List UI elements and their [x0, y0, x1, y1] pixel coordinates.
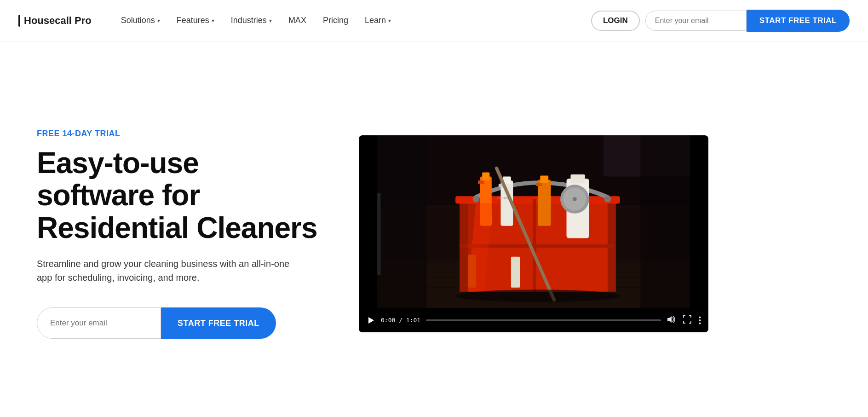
login-button[interactable]: LOGIN	[591, 11, 640, 31]
video-thumbnail: CLEAN	[359, 135, 708, 308]
svg-rect-38	[511, 257, 520, 288]
nav-links: Solutions ▾ Features ▾ Industries ▾ MAX …	[115, 12, 591, 29]
industries-label: Industries	[231, 16, 267, 25]
pricing-label: Pricing	[323, 16, 348, 25]
industries-chevron-icon: ▾	[269, 17, 272, 24]
svg-point-47	[699, 319, 701, 321]
svg-rect-29	[538, 180, 551, 226]
svg-rect-42	[377, 193, 380, 275]
features-chevron-icon: ▾	[212, 17, 214, 24]
logo-text: Housecall Pro	[24, 15, 92, 27]
hero-trial-button[interactable]: START FREE TRIAL	[161, 307, 276, 339]
nav-item-industries[interactable]: Industries ▾	[224, 12, 278, 29]
svg-marker-44	[368, 317, 374, 324]
fullscreen-icon[interactable]	[683, 315, 691, 325]
nav-item-pricing[interactable]: Pricing	[316, 12, 355, 29]
nav-item-max[interactable]: MAX	[282, 12, 313, 29]
video-right-controls	[667, 315, 701, 325]
svg-rect-19	[482, 173, 489, 181]
nav-item-features[interactable]: Features ▾	[170, 12, 221, 29]
nav-right: LOGIN START FREE TRIAL	[591, 10, 850, 32]
time-display: 0:00 / 1:01	[381, 317, 420, 324]
svg-point-17	[604, 196, 611, 203]
video-controls: 0:00 / 1:01	[359, 308, 708, 332]
features-label: Features	[177, 16, 209, 25]
svg-point-35	[573, 197, 577, 201]
hero-section: FREE 14-DAY TRIAL Easy-to-use software f…	[0, 41, 868, 417]
hero-email-input[interactable]	[37, 307, 161, 339]
svg-point-16	[473, 196, 479, 203]
logo-link[interactable]: Housecall Pro	[18, 15, 92, 27]
svg-rect-41	[640, 135, 690, 308]
nav-item-learn[interactable]: Learn ▾	[358, 12, 397, 29]
hero-subtitle: Streamline and grow your cleaning busine…	[37, 257, 294, 284]
svg-point-46	[699, 316, 701, 318]
svg-rect-31	[536, 183, 542, 186]
svg-text:CLEAN: CLEAN	[497, 197, 508, 200]
hero-title: Easy-to-use software for Residential Cle…	[37, 147, 322, 244]
logo-icon	[18, 15, 20, 27]
volume-icon[interactable]	[667, 315, 676, 325]
svg-rect-40	[377, 135, 426, 308]
learn-chevron-icon: ▾	[388, 17, 391, 24]
hero-left: FREE 14-DAY TRIAL Easy-to-use software f…	[37, 129, 322, 339]
learn-label: Learn	[365, 16, 386, 25]
nav-trial-button[interactable]: START FREE TRIAL	[747, 10, 850, 32]
hero-cta: START FREE TRIAL	[37, 307, 322, 339]
more-options-icon[interactable]	[699, 316, 701, 324]
nav-email-input[interactable]	[645, 11, 747, 31]
nav-item-solutions[interactable]: Solutions ▾	[115, 12, 167, 29]
navbar: Housecall Pro Solutions ▾ Features ▾ Ind…	[0, 0, 868, 41]
svg-rect-30	[540, 176, 548, 183]
nav-email-group: START FREE TRIAL	[645, 10, 850, 32]
trial-badge: FREE 14-DAY TRIAL	[37, 129, 322, 139]
svg-marker-45	[667, 316, 672, 323]
play-button[interactable]	[366, 316, 375, 325]
solutions-label: Solutions	[121, 16, 155, 25]
svg-point-48	[699, 322, 701, 324]
video-container: CLEAN	[359, 135, 708, 332]
svg-rect-20	[478, 181, 484, 184]
progress-bar[interactable]	[426, 319, 661, 321]
max-label: MAX	[288, 16, 306, 25]
svg-rect-26	[570, 174, 585, 183]
hero-right: CLEAN	[359, 135, 708, 332]
solutions-chevron-icon: ▾	[157, 17, 160, 24]
